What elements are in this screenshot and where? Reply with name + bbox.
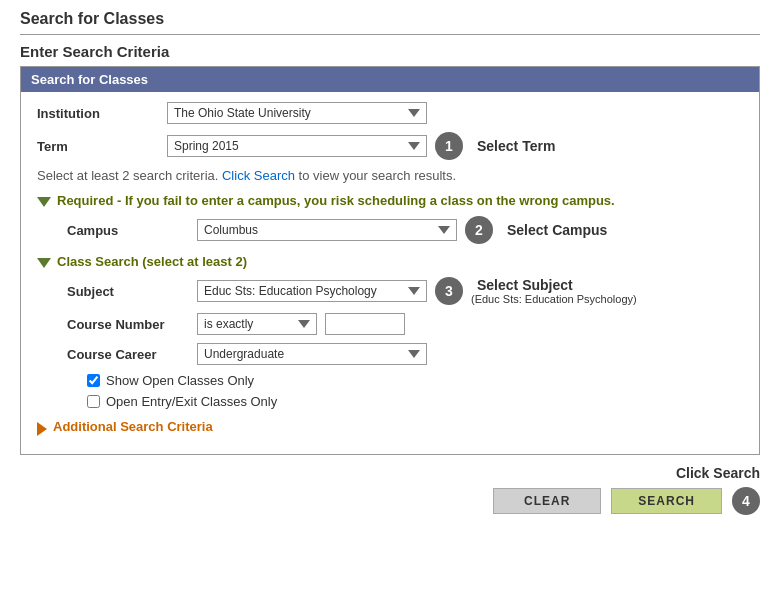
show-open-checkbox[interactable] — [87, 374, 100, 387]
callout-label-1: Select Term — [477, 138, 555, 154]
open-entry-row: Open Entry/Exit Classes Only — [87, 394, 743, 409]
callout-badge-1: 1 — [435, 132, 463, 160]
section-title: Enter Search Criteria — [20, 43, 760, 60]
class-search-section: Class Search (select at least 2) Subject… — [37, 254, 743, 409]
bottom-section: Click Search Clear Search 4 — [20, 465, 760, 515]
campus-label: Campus — [67, 223, 197, 238]
search-button[interactable]: Search — [611, 488, 722, 514]
institution-label: Institution — [37, 106, 167, 121]
show-open-row: Show Open Classes Only — [87, 373, 743, 388]
click-search-row: Click Search — [20, 465, 760, 481]
course-career-label: Course Career — [67, 347, 197, 362]
course-career-row: Course Career Undergraduate Graduate — [67, 343, 743, 365]
click-search-label: Click Search — [676, 465, 760, 481]
additional-section: Additional Search Criteria — [37, 419, 743, 436]
page-title: Search for Classes — [20, 10, 760, 35]
required-header: Required - If you fail to enter a campus… — [37, 193, 743, 208]
callout-label-2: Select Campus — [507, 222, 607, 238]
panel-header: Search for Classes — [21, 67, 759, 92]
campus-select[interactable]: Columbus — [197, 219, 457, 241]
callout-label-3-wrap: Select Subject (Educ Sts: Education Psyc… — [471, 277, 637, 305]
subject-label: Subject — [67, 284, 197, 299]
search-panel: Search for Classes Institution The Ohio … — [20, 66, 760, 455]
institution-select[interactable]: The Ohio State University — [167, 102, 427, 124]
required-section: Required - If you fail to enter a campus… — [37, 193, 743, 244]
required-title: Required - If you fail to enter a campus… — [57, 193, 615, 208]
course-number-row: Course Number is exactly begins with con… — [67, 313, 743, 335]
subject-row: Subject Educ Sts: Education Psychology 3… — [67, 277, 743, 305]
callout-badge-2: 2 — [465, 216, 493, 244]
callout-sublabel-3: (Educ Sts: Education Psychology) — [471, 293, 637, 305]
additional-title: Additional Search Criteria — [53, 419, 213, 434]
term-select[interactable]: Spring 2015 — [167, 135, 427, 157]
callout-label-3: Select Subject — [477, 277, 573, 293]
campus-row: Campus Columbus 2 Select Campus — [67, 216, 743, 244]
class-search-toggle-icon[interactable] — [37, 258, 51, 268]
term-label: Term — [37, 139, 167, 154]
clear-button[interactable]: Clear — [493, 488, 601, 514]
show-open-label: Show Open Classes Only — [106, 373, 254, 388]
callout-badge-3: 3 — [435, 277, 463, 305]
additional-toggle-icon[interactable] — [37, 422, 47, 436]
search-link[interactable]: Click Search — [222, 168, 295, 183]
open-entry-label: Open Entry/Exit Classes Only — [106, 394, 277, 409]
course-career-select[interactable]: Undergraduate Graduate — [197, 343, 427, 365]
course-number-input[interactable] — [325, 313, 405, 335]
class-search-header: Class Search (select at least 2) — [37, 254, 743, 269]
required-toggle-icon[interactable] — [37, 197, 51, 207]
subject-select[interactable]: Educ Sts: Education Psychology — [197, 280, 427, 302]
institution-row: Institution The Ohio State University — [37, 102, 743, 124]
course-number-operator-select[interactable]: is exactly begins with contains — [197, 313, 317, 335]
buttons-row: Clear Search 4 — [493, 487, 760, 515]
course-number-label: Course Number — [67, 317, 197, 332]
class-search-title: Class Search (select at least 2) — [57, 254, 247, 269]
info-text: Select at least 2 search criteria. Click… — [37, 168, 743, 183]
callout-badge-4: 4 — [732, 487, 760, 515]
term-row: Term Spring 2015 1 Select Term — [37, 132, 743, 160]
open-entry-checkbox[interactable] — [87, 395, 100, 408]
